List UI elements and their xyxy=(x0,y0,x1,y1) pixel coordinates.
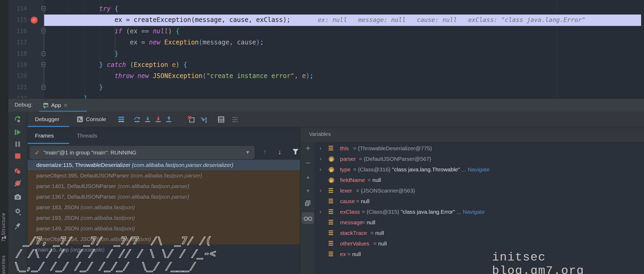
variable-name: otherValues xyxy=(340,238,369,249)
line-number: 121 xyxy=(8,82,27,93)
inline-debugger-hint: ex: null message: null cause: null exCla… xyxy=(318,14,585,25)
settings-gear-icon[interactable] xyxy=(14,207,22,215)
line-number: 119 xyxy=(8,59,27,70)
resume-icon[interactable] xyxy=(14,128,22,136)
fold-end-icon[interactable] xyxy=(42,51,46,56)
trace-stream-icon[interactable] xyxy=(231,116,239,123)
thread-dump-camera-icon[interactable] xyxy=(14,193,22,201)
debug-session-tab-app[interactable]: App ✕ xyxy=(39,99,71,112)
code-line: } catch (Exception e) { xyxy=(69,59,187,70)
debug-header-label: Debug: xyxy=(15,102,33,108)
chevron-right-icon[interactable]: › xyxy=(319,164,321,175)
variable-name: fieldName xyxy=(340,175,365,185)
step-out-icon[interactable] xyxy=(165,116,173,123)
tab-frames[interactable]: Frames xyxy=(35,127,54,144)
navigate-link[interactable]: Navigate xyxy=(463,209,485,215)
variable-type-icon xyxy=(329,188,333,194)
variable-row[interactable]: › exClass = {Class@315} "class java.lang… xyxy=(315,207,644,217)
toolbar-separator xyxy=(12,220,23,220)
variable-row[interactable]: cause = null xyxy=(315,196,644,207)
variable-type-icon: p xyxy=(329,167,334,172)
view-breakpoints-icon[interactable] xyxy=(14,167,22,175)
fold-collapse-icon[interactable] xyxy=(42,62,46,67)
ide-window: 114115116117118119120121122 try { ex = c… xyxy=(0,0,644,274)
stack-frame-row[interactable]: parse:149, JSON (com.alibaba.fastjson) xyxy=(28,223,300,234)
add-watch-icon[interactable]: + xyxy=(304,144,312,152)
variable-name: cause xyxy=(340,196,355,207)
chevron-right-icon[interactable]: › xyxy=(319,153,321,164)
code-line: ex = new Exception(message, cause); xyxy=(69,37,264,48)
tab-debugger[interactable]: Debugger xyxy=(35,112,59,127)
show-watches-toggle[interactable] xyxy=(302,212,314,224)
run-to-cursor-icon[interactable] xyxy=(200,116,208,123)
close-icon[interactable]: ✕ xyxy=(63,102,68,108)
variable-row[interactable]: otherValues = null xyxy=(315,238,644,249)
step-into-icon[interactable] xyxy=(144,116,151,123)
code-line: try { xyxy=(69,3,118,14)
tab-threads[interactable]: Threads xyxy=(77,127,97,144)
variables-header-label: Variables xyxy=(309,131,331,137)
fold-collapse-icon[interactable] xyxy=(42,29,46,34)
variable-name: ex xyxy=(340,249,346,259)
variable-name: type xyxy=(340,164,351,175)
pause-icon[interactable] xyxy=(14,140,22,148)
evaluate-expression-icon[interactable] xyxy=(217,116,225,123)
frame-down-icon[interactable]: ↓ xyxy=(278,148,287,156)
breakpoint-icon[interactable]: ✓ xyxy=(31,17,38,24)
fold-end-icon[interactable] xyxy=(42,85,46,90)
stack-frame-row[interactable]: parse:183, JSON (com.alibaba.fastjson) xyxy=(28,202,300,213)
variable-row[interactable]: › p parser = {DefaultJSONParser@567} xyxy=(315,154,644,164)
rerun-icon[interactable] xyxy=(14,115,22,123)
line-number: 122 xyxy=(8,93,27,98)
thread-selector-combobox[interactable]: ✓ "main"@1 in group "main": RUNNING ▼ xyxy=(30,146,254,159)
code-line: ex = createException(message, cause, exC… xyxy=(69,14,290,25)
stack-frame-row[interactable]: parse:1401, DefaultJSONParser (com.aliba… xyxy=(28,181,300,191)
stop-icon[interactable] xyxy=(14,152,22,160)
drop-frame-icon[interactable] xyxy=(187,116,195,123)
stack-frame-row[interactable]: parse:193, JSON (com.alibaba.fastjson) xyxy=(28,213,300,223)
navigate-link[interactable]: Navigate xyxy=(468,166,490,172)
toolbar-separator xyxy=(12,125,23,125)
fold-collapse-icon[interactable] xyxy=(42,6,46,11)
variable-row[interactable]: p fieldName = null xyxy=(315,175,644,185)
move-up-icon[interactable]: ▲ xyxy=(304,173,312,181)
chevron-right-icon[interactable]: › xyxy=(319,185,321,196)
variable-value: = null xyxy=(347,249,361,259)
move-down-icon[interactable]: ▼ xyxy=(304,187,312,195)
chevron-right-icon[interactable]: › xyxy=(319,143,321,153)
stack-frame-row[interactable]: parseObject:395, DefaultJSONParser (com.… xyxy=(28,170,300,181)
toolbar-separator xyxy=(12,163,23,164)
force-step-into-icon[interactable] xyxy=(155,116,162,123)
variable-row[interactable]: stackTrace = null xyxy=(315,228,644,238)
variable-value: = {DefaultJSONParser@567} xyxy=(359,154,431,164)
code-editor[interactable]: 114115116117118119120121122 try { ex = c… xyxy=(8,0,644,98)
variable-value: = null xyxy=(370,228,384,238)
variable-value: = {JSONScanner@563} xyxy=(356,185,415,196)
app-tab-label: App xyxy=(51,102,61,108)
mute-breakpoints-icon[interactable] xyxy=(14,179,22,187)
debug-toolwindow-header: Debug: App ✕ xyxy=(8,98,644,112)
pin-icon[interactable] xyxy=(14,222,22,230)
debugger-tab-label: Debugger xyxy=(35,116,59,122)
stack-frame-row[interactable]: parse:1367, DefaultJSONParser (com.aliba… xyxy=(28,191,300,202)
variable-type-icon: p xyxy=(329,156,334,162)
toolwindow-structure[interactable]: 7: Structure xyxy=(1,213,6,242)
variable-row[interactable]: › lexer = {JSONScanner@563} xyxy=(315,185,644,196)
layout-settings-icon[interactable] xyxy=(118,116,125,123)
variable-type-icon xyxy=(329,146,333,151)
variable-row[interactable]: message = null xyxy=(315,217,644,228)
console-tab-label: Console xyxy=(86,116,106,122)
remove-watch-icon[interactable]: − xyxy=(304,159,312,167)
stack-frame-row[interactable]: deserialze:115, ThrowableDeserializer (c… xyxy=(28,160,300,170)
line-number: 115 xyxy=(8,14,27,25)
variable-name: parser xyxy=(340,154,356,164)
step-over-icon[interactable] xyxy=(133,116,141,123)
duplicate-icon[interactable] xyxy=(304,199,312,208)
frame-up-icon[interactable]: ↑ xyxy=(263,148,272,156)
variable-row[interactable]: › this = {ThrowableDeserializer@775} xyxy=(315,143,644,154)
filter-funnel-icon[interactable] xyxy=(292,148,300,156)
tab-console[interactable]: Console xyxy=(77,112,106,127)
variable-row[interactable]: › p type = {Class@316} "class java.lang.… xyxy=(315,164,644,175)
variable-value: = {Class@315} "class java.lang.Error" ..… xyxy=(362,207,485,217)
chevron-right-icon[interactable]: › xyxy=(319,206,321,217)
